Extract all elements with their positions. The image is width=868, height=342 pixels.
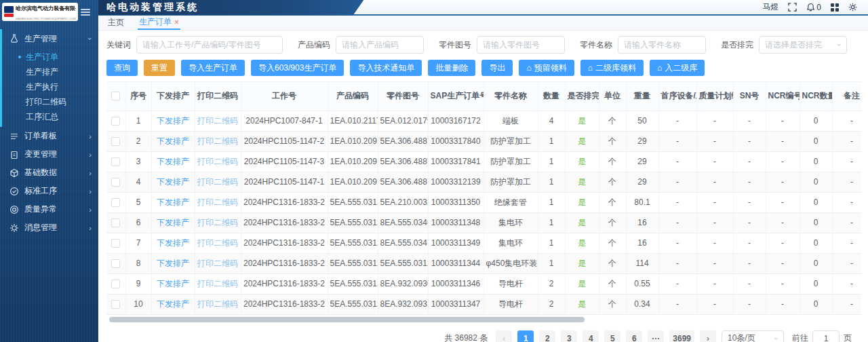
dispatch-link[interactable]: 下发排产 (151, 192, 195, 212)
row-checkbox[interactable] (111, 117, 120, 126)
cell-ncr-no: - (766, 172, 800, 192)
dispatch-link[interactable]: 下发排产 (151, 253, 195, 273)
check-circle-icon (9, 187, 19, 196)
part-drawing-label: 零件图号 (439, 39, 471, 51)
print-qr-link[interactable]: 打印二维码 (195, 172, 241, 192)
sidebar-item-message-management[interactable]: 消息管理› (0, 218, 98, 237)
cell-part-name: 绝缘套管 (484, 192, 538, 212)
cube-icon (9, 168, 19, 178)
dispatch-link[interactable]: 下发排产 (151, 233, 195, 253)
print-qr-link[interactable]: 打印二维码 (195, 192, 241, 212)
cell-ncr-qty: 0 (800, 192, 832, 212)
tab-home[interactable]: 主页 (106, 16, 125, 30)
reserve-picking-button[interactable]: ⌂预留领料 (519, 60, 574, 76)
collapse-sidebar-icon[interactable] (81, 9, 90, 16)
pager-page-1[interactable]: 1 (517, 330, 534, 342)
orders-table: 序号 下发排产 打印二维码 工作号 产品编码 零件图号 SAP生产订单号 零件名… (106, 82, 861, 315)
cell-part-name: 防护罩加工 (484, 172, 538, 192)
sidebar-item-production-execution[interactable]: 生产执行 (0, 79, 98, 94)
part-drawing-input[interactable] (477, 36, 565, 54)
import-tech-notice-button[interactable]: 导入技术通知单 (350, 60, 422, 76)
row-checkbox[interactable] (111, 280, 120, 288)
cell-index: 8 (125, 253, 151, 273)
row-checkbox[interactable] (111, 300, 120, 309)
sidebar-item-print-qrcode[interactable]: 打印二维码 (0, 94, 98, 109)
pager-page-3[interactable]: 3 (561, 330, 577, 342)
pager-page-6[interactable]: 6 (626, 330, 642, 342)
prev-page-button[interactable]: ‹ (496, 330, 512, 342)
goto-page-input[interactable] (812, 330, 840, 342)
row-checkbox[interactable] (111, 239, 120, 248)
select-all-checkbox[interactable] (111, 92, 120, 100)
print-qr-link[interactable]: 打印二维码 (195, 273, 241, 294)
pager-page-3699[interactable]: 3699 (669, 330, 694, 342)
sidebar-item-production-orders[interactable]: 生产订单 (0, 50, 98, 64)
username[interactable]: 马煜 (762, 1, 778, 13)
cell-quality-plan: - (696, 172, 733, 192)
cell-checkbox (106, 131, 125, 151)
sidebar-item-standard-process[interactable]: 标准工序› (0, 182, 98, 200)
scrollbar-thumb[interactable] (109, 317, 585, 322)
dispatch-link[interactable]: 下发排产 (151, 212, 195, 233)
sidebar-item-base-data[interactable]: 基础数据› (0, 164, 98, 182)
pager-pages: 123456···3699 (517, 330, 694, 342)
print-qr-link[interactable]: 打印二维码 (195, 253, 241, 273)
sidebar-item-production-scheduling[interactable]: 生产排产 (0, 64, 98, 79)
dispatch-link[interactable]: 下发排产 (151, 151, 195, 172)
print-qr-link[interactable]: 打印二维码 (195, 151, 241, 172)
close-tab-icon[interactable]: × (174, 18, 179, 26)
sidebar-item-production-management[interactable]: 生产管理 › (0, 29, 98, 48)
sidebar-item-change-management[interactable]: 变更管理› (0, 145, 98, 164)
row-checkbox[interactable] (111, 218, 120, 227)
dispatch-link[interactable]: 下发排产 (151, 294, 195, 314)
sidebar-item-process-summary[interactable]: 工序汇总 (0, 109, 98, 124)
import-production-order-button[interactable]: 导入生产订单 (181, 60, 245, 76)
level2-inbound-button[interactable]: ⌂入二级库 (650, 60, 705, 76)
apps-grid-icon[interactable] (831, 3, 839, 12)
dispatch-link[interactable]: 下发排产 (151, 131, 195, 151)
export-button[interactable]: 导出 (481, 60, 513, 76)
orders-table-wrap: 序号 下发排产 打印二维码 工作号 产品编码 零件图号 SAP生产订单号 零件名… (106, 81, 861, 315)
print-qr-link[interactable]: 打印二维码 (195, 212, 241, 233)
tab-production-orders[interactable]: 生产订单 × (138, 16, 180, 30)
pager-ellipsis[interactable]: ··· (648, 330, 664, 342)
product-code-input[interactable] (336, 36, 424, 54)
dispatch-link[interactable]: 下发排产 (151, 111, 195, 131)
level2-picking-button[interactable]: ⌂二级库领料 (580, 60, 644, 76)
part-name-input[interactable] (618, 36, 706, 54)
cell-ncr-qty: 0 (800, 172, 832, 192)
keyword-input[interactable] (136, 36, 283, 54)
import-603-903-button[interactable]: 导入603/903生产订单 (251, 60, 344, 76)
pager-page-2[interactable]: 2 (539, 330, 555, 342)
print-qr-link[interactable]: 打印二维码 (195, 111, 241, 131)
cell-job-no: 2024HPC1105-1147-3 (241, 151, 328, 172)
row-checkbox[interactable] (111, 198, 120, 207)
fullscreen-icon[interactable] (788, 3, 797, 12)
row-checkbox[interactable] (111, 178, 120, 187)
cell-weight: 0.55 (626, 273, 658, 294)
reset-button[interactable]: 重置 (144, 60, 175, 76)
batch-delete-button[interactable]: 批量删除 (428, 60, 475, 76)
next-page-button[interactable]: › (700, 330, 716, 342)
pager-page-4[interactable]: 4 (583, 330, 599, 342)
cell-part-name: 集电环 (484, 233, 538, 253)
cell-first-device: - (658, 233, 696, 253)
cell-job-no: 2024HPC1316-1833-2 (241, 294, 328, 314)
notification-bell-icon[interactable]: 0 (806, 3, 821, 12)
sidebar-item-order-board[interactable]: 订单看板› (0, 127, 98, 145)
row-checkbox[interactable] (111, 137, 120, 146)
pager-page-5[interactable]: 5 (604, 330, 620, 342)
scheduled-done-select[interactable]: 请选择是否排完 › (759, 36, 847, 54)
print-qr-link[interactable]: 打印二维码 (195, 294, 241, 314)
settings-gear-icon[interactable] (848, 3, 857, 12)
dispatch-link[interactable]: 下发排产 (151, 273, 195, 294)
page-size-select[interactable]: 10条/页 › (722, 330, 784, 342)
cell-ncr-qty: 0 (800, 253, 832, 273)
row-checkbox[interactable] (111, 259, 120, 268)
row-checkbox[interactable] (111, 157, 120, 166)
sidebar-item-quality-exception[interactable]: 质量异常› (0, 200, 98, 218)
search-button[interactable]: 查询 (106, 60, 138, 76)
dispatch-link[interactable]: 下发排产 (151, 172, 195, 192)
print-qr-link[interactable]: 打印二维码 (195, 131, 241, 151)
print-qr-link[interactable]: 打印二维码 (195, 233, 241, 253)
